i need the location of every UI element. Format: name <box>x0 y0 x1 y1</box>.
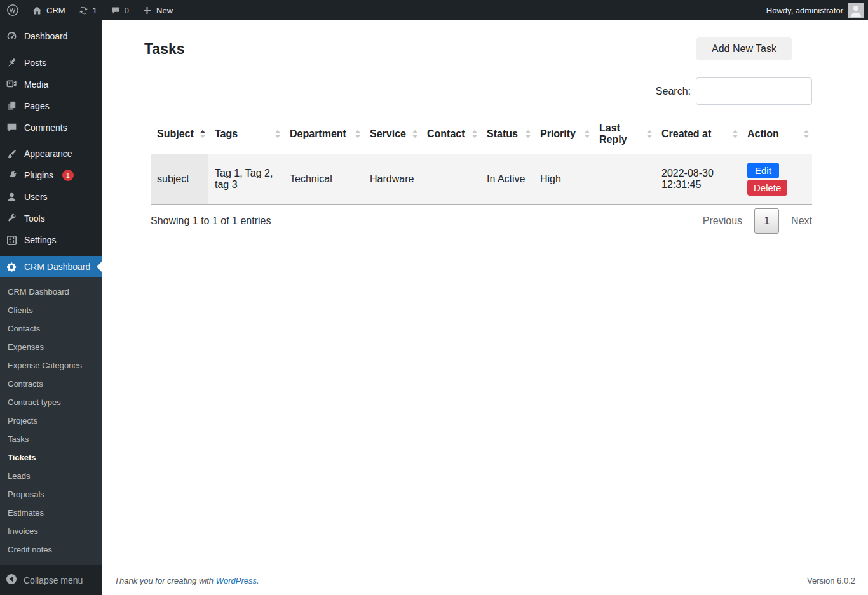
search-input[interactable] <box>696 77 812 105</box>
sidebar-item-label: Plugins <box>24 170 53 180</box>
update-icon <box>78 5 89 16</box>
site-home-button[interactable]: CRM <box>25 0 72 20</box>
sort-arrows-icon <box>355 130 360 138</box>
sidebar-sub-expense-categories[interactable]: Expense Categories <box>0 356 102 375</box>
sidebar-sub-contracts[interactable]: Contracts <box>0 375 102 393</box>
sidebar-item-label: Users <box>24 192 48 202</box>
cell-action: Edit Delete <box>741 154 812 204</box>
sidebar-sub-invoices[interactable]: Invoices <box>0 522 102 540</box>
appearance-brush-icon <box>5 147 18 160</box>
updates-count: 1 <box>93 6 97 15</box>
updates-button[interactable]: 1 <box>72 0 104 20</box>
site-name: CRM <box>46 6 65 15</box>
pages-icon <box>5 100 18 112</box>
gear-icon <box>5 260 18 273</box>
table-row: subject Tag 1, Tag 2, tag 3 Technical Ha… <box>151 154 812 204</box>
column-header-department[interactable]: Department <box>283 114 363 154</box>
column-header-subject[interactable]: Subject <box>151 114 208 154</box>
menu-separator <box>0 138 102 144</box>
cell-subject: subject <box>151 154 208 204</box>
sidebar-item-media[interactable]: Media <box>0 74 102 95</box>
sidebar-sub-leads[interactable]: Leads <box>0 467 102 485</box>
sidebar-sub-credit-notes[interactable]: Credit notes <box>0 540 102 559</box>
footer-thanks: Thank you for creating with WordPress. <box>114 576 259 585</box>
cell-contact <box>421 154 480 204</box>
page-title: Tasks <box>144 41 185 58</box>
sidebar-item-label: Tools <box>24 213 45 224</box>
page-1-button[interactable]: 1 <box>754 208 779 234</box>
media-icon <box>5 78 18 91</box>
cell-last-reply <box>593 154 655 204</box>
sidebar-item-settings[interactable]: Settings <box>0 229 102 251</box>
sidebar-item-users[interactable]: Users <box>0 186 102 208</box>
sidebar-sub-projects[interactable]: Projects <box>0 411 102 430</box>
sidebar-item-label: Media <box>24 79 48 90</box>
sidebar-sub-expenses[interactable]: Expenses <box>0 338 102 356</box>
column-header-created-at[interactable]: Created at <box>655 114 741 154</box>
footer-version: Version 6.0.2 <box>807 576 855 585</box>
next-button[interactable]: Next <box>791 215 812 227</box>
column-header-contact[interactable]: Contact <box>421 114 480 154</box>
sidebar-item-label: Comments <box>24 123 67 133</box>
cell-service: Hardware <box>363 154 421 204</box>
tasks-table: Subject Tags Department Service Contact … <box>151 114 812 205</box>
column-header-tags[interactable]: Tags <box>208 114 283 154</box>
admin-bar: CRM 1 0 New Howdy, administrator <box>0 0 868 20</box>
sidebar-sub-tickets[interactable]: Tickets <box>0 448 102 467</box>
admin-footer: Thank you for creating with WordPress. V… <box>102 570 868 595</box>
sidebar-item-tools[interactable]: Tools <box>0 208 102 229</box>
wp-logo-button[interactable] <box>0 0 25 20</box>
previous-button[interactable]: Previous <box>703 215 742 227</box>
sidebar-sub-estimates[interactable]: Estimates <box>0 504 102 522</box>
sort-arrows-icon <box>472 130 477 138</box>
plugins-update-badge: 1 <box>62 170 74 181</box>
wordpress-logo-icon <box>6 4 19 17</box>
cell-created-at: 2022-08-30 12:31:45 <box>655 154 741 204</box>
sidebar-item-pages[interactable]: Pages <box>0 95 102 117</box>
sidebar-item-label: Pages <box>24 101 50 111</box>
sidebar-sub-contract-types[interactable]: Contract types <box>0 393 102 411</box>
settings-icon <box>5 234 18 246</box>
sidebar-sub-crm-dashboard[interactable]: CRM Dashboard <box>0 283 102 301</box>
pagination: Previous 1 Next <box>703 208 812 234</box>
users-icon <box>5 191 18 203</box>
sidebar-item-appearance[interactable]: Appearance <box>0 143 102 164</box>
crm-submenu: CRM Dashboard Clients Contacts Expenses … <box>0 277 102 565</box>
cell-priority: High <box>534 154 593 204</box>
cell-department: Technical <box>283 154 363 204</box>
add-new-task-button[interactable]: Add New Task <box>696 37 792 60</box>
sidebar-item-crm-dashboard[interactable]: CRM Dashboard <box>0 256 102 277</box>
sidebar-item-label: Settings <box>24 235 57 245</box>
sidebar-item-plugins[interactable]: Plugins 1 <box>0 164 102 186</box>
new-button[interactable]: New <box>135 0 179 20</box>
wordpress-link[interactable]: WordPress <box>216 576 257 585</box>
sidebar-sub-contacts[interactable]: Contacts <box>0 319 102 338</box>
sidebar-item-label: CRM Dashboard <box>24 262 90 272</box>
column-header-action[interactable]: Action <box>741 114 812 154</box>
sidebar-item-posts[interactable]: Posts <box>0 52 102 74</box>
comments-button[interactable]: 0 <box>104 0 135 20</box>
sort-arrows-icon <box>526 130 531 138</box>
comments-count: 0 <box>125 6 129 15</box>
dashboard-icon <box>5 30 18 43</box>
sidebar-sub-proposals[interactable]: Proposals <box>0 485 102 504</box>
collapse-menu-button[interactable]: Collapse menu <box>0 565 102 595</box>
sort-arrows-icon <box>733 130 738 138</box>
new-label: New <box>156 6 173 15</box>
sidebar-sub-tasks[interactable]: Tasks <box>0 430 102 448</box>
delete-button[interactable]: Delete <box>747 180 787 196</box>
column-header-last-reply[interactable]: Last Reply <box>593 114 655 154</box>
sort-arrows-icon <box>647 130 652 138</box>
column-header-service[interactable]: Service <box>363 114 421 154</box>
column-header-priority[interactable]: Priority <box>534 114 593 154</box>
sort-arrows-icon <box>585 130 590 138</box>
main-content: Tasks Add New Task Search: Subject Tags … <box>102 20 868 595</box>
menu-separator <box>0 47 102 52</box>
sidebar-item-dashboard[interactable]: Dashboard <box>0 25 102 47</box>
plugins-plug-icon <box>5 169 18 182</box>
sidebar-sub-clients[interactable]: Clients <box>0 301 102 319</box>
column-header-status[interactable]: Status <box>480 114 534 154</box>
sidebar-item-comments[interactable]: Comments <box>0 117 102 138</box>
howdy-menu[interactable]: Howdy, administrator <box>766 3 868 18</box>
edit-button[interactable]: Edit <box>747 163 779 178</box>
